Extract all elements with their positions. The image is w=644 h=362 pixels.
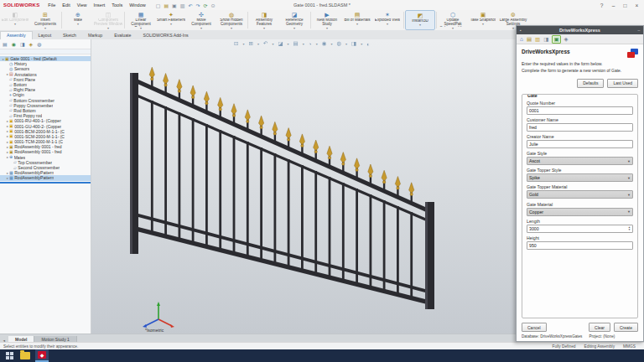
file-explorer-icon[interactable]	[20, 352, 30, 359]
design-library-tab-icon[interactable]: ▤	[527, 36, 532, 43]
featuremanager-tab-icon[interactable]: ▤	[3, 41, 8, 47]
motion-study-button[interactable]: ▶ New Motion Study▾	[312, 10, 342, 30]
tab-markup[interactable]: Markup	[82, 32, 108, 39]
displaymanager-tab-icon[interactable]: ◍	[37, 41, 41, 47]
customer-name-input[interactable]: fred	[527, 123, 633, 132]
view-settings-icon[interactable]: ◐	[366, 41, 370, 47]
custom-properties-tab-icon[interactable]: ◈	[564, 36, 569, 43]
instant3d-button[interactable]: ◩ Instant3D▾	[405, 10, 435, 30]
gate-style-select[interactable]: Ascot▼	[527, 157, 633, 165]
speedpak-button[interactable]: ⬡ Update SpeedPak Subassemblies▾	[438, 10, 468, 30]
exploded-view-button[interactable]: ✶ Exploded View▾	[372, 10, 402, 30]
snapshot-button[interactable]: ▣ Take Snapshot▾	[468, 10, 498, 30]
show-hidden-button[interactable]: ◍ Show Hidden Components▾	[216, 10, 247, 30]
move-component-button[interactable]: ✣ Move Component▾	[186, 10, 216, 30]
defaults-button[interactable]: Defaults	[577, 79, 604, 88]
height-input[interactable]: 950	[527, 241, 633, 250]
zoom-fit-icon[interactable]: ⊡	[234, 40, 238, 47]
configurationmanager-tab-icon[interactable]: ◨	[20, 41, 25, 47]
assembly-features-button[interactable]: ◨ Assembly Features▾	[249, 10, 279, 30]
tab-sketch[interactable]: Sketch	[57, 32, 82, 39]
menu-insert[interactable]: Insert	[91, 3, 109, 8]
rollback-bar[interactable]	[0, 182, 91, 184]
insert-components-button[interactable]: ⊞ Insert Components▾	[30, 10, 60, 30]
dimxpert-tab-icon[interactable]: ◈	[29, 41, 34, 47]
bom-button[interactable]: ▤ Bill of Materials▾	[342, 10, 372, 30]
smart-fasteners-icon: ✦	[169, 12, 174, 18]
open-icon[interactable]: ▤	[164, 3, 169, 8]
file-explorer-tab-icon[interactable]: ▥	[535, 36, 540, 43]
menu-tools[interactable]: Tools	[108, 3, 126, 8]
edit-component-button: ◧ Edit Component▾	[0, 10, 30, 30]
hud-dropdown-caret[interactable]: ▾	[272, 42, 273, 46]
help-icon[interactable]: ?	[598, 3, 605, 8]
propertymanager-tab-icon[interactable]: ◉	[12, 41, 16, 47]
hud-dropdown-caret[interactable]: ▾	[303, 42, 304, 46]
taskpane-pin-icon[interactable]: –	[635, 28, 643, 33]
creator-name-input[interactable]: Julie	[527, 140, 633, 148]
menu-edit[interactable]: Edit	[59, 3, 73, 8]
solidworks-app-icon[interactable]: ◆	[35, 349, 49, 362]
restore-icon[interactable]: □	[621, 3, 629, 8]
hide-show-items-icon[interactable]: ◉	[322, 40, 327, 47]
view-palette-tab-icon[interactable]: ◨	[543, 36, 548, 43]
mate-button[interactable]: ⊕ Mate▾	[63, 10, 93, 30]
taskpane-collapse-icon[interactable]: ▪	[517, 28, 525, 33]
smart-fasteners-button[interactable]: ✦ Smart Fasteners▾	[156, 10, 186, 30]
hud-dropdown-caret[interactable]: ▾	[288, 42, 289, 46]
hud-dropdown-caret[interactable]: ▾	[361, 42, 362, 46]
view-orientation-icon[interactable]: ▤	[293, 40, 299, 47]
zoom-area-icon[interactable]: ⊞	[248, 40, 252, 47]
driveworksxpress-tab-icon[interactable]: ▣	[552, 35, 560, 44]
section-view-icon[interactable]: ◪	[278, 40, 283, 47]
print-icon[interactable]: ▥	[180, 3, 185, 8]
gate-topper-style-select[interactable]: Spike▼	[527, 173, 633, 182]
tab-solidworks-add-ins[interactable]: SOLIDWORKS Add-Ins	[137, 32, 194, 39]
hud-dropdown-caret[interactable]: ▾	[316, 42, 318, 46]
last-used-button[interactable]: Last Used	[607, 79, 638, 88]
cancel-button[interactable]: Cancel	[522, 323, 547, 332]
length-input[interactable]: 3000▲▼	[527, 225, 633, 233]
tab-assembly[interactable]: Assembly	[0, 31, 33, 39]
home-tab-icon[interactable]: ⌂	[520, 36, 523, 43]
save-icon[interactable]: ▣	[172, 3, 177, 8]
undo-icon[interactable]: ↶	[188, 3, 192, 8]
tab-evaluate[interactable]: Evaluate	[108, 32, 137, 39]
plane-icon: ▱	[9, 98, 13, 102]
hud-dropdown-caret[interactable]: ▾	[330, 42, 332, 46]
create-button[interactable]: Create	[614, 323, 638, 332]
tab-layout[interactable]: Layout	[33, 32, 58, 39]
group-label: Gate	[526, 94, 539, 98]
hud-dropdown-caret[interactable]: ▾	[345, 42, 347, 46]
minimize-icon[interactable]: –	[610, 3, 617, 8]
menu-view[interactable]: View	[74, 3, 91, 8]
customer-name-label: Customer Name	[527, 117, 633, 122]
apply-scene-icon[interactable]: ◨	[351, 40, 356, 47]
menu-file[interactable]: File	[44, 3, 59, 8]
taskpane-title-bar: ▪ DriveWorksXpress –	[517, 26, 643, 34]
status-mmgs: MMGS	[623, 344, 636, 349]
linear-pattern-button[interactable]: ▦ Linear Component Pattern▾	[126, 10, 156, 30]
menu-window[interactable]: Window	[126, 3, 149, 8]
clear-button[interactable]: Clear	[589, 323, 610, 332]
spinner-arrows-icon[interactable]: ▲▼	[628, 226, 631, 231]
options-icon[interactable]: ⊙	[210, 3, 215, 8]
gate-material-select[interactable]: Copper▼	[527, 208, 633, 216]
tree-item-rodassemblypattern[interactable]: ▸ ▦ RodAssemblyPattern	[0, 175, 91, 180]
pattern-icon: ▦	[9, 171, 13, 175]
hud-dropdown-caret[interactable]: ▾	[257, 42, 259, 46]
quote-number-input[interactable]: 0001	[527, 106, 633, 115]
reference-geometry-button[interactable]: ◪ Reference Geometry▾	[279, 10, 309, 30]
hud-dropdown-caret[interactable]: ▾	[242, 42, 244, 46]
new-document-icon[interactable]: ▢	[156, 3, 161, 8]
creator-name-label: Creator Name	[527, 134, 633, 139]
edit-appearance-icon[interactable]: ◍	[336, 40, 341, 47]
redo-icon[interactable]: ↷	[195, 3, 200, 8]
featuremanager-tab-strip: ▤◉◨◈◍	[0, 39, 91, 49]
display-style-icon[interactable]: ◔	[309, 41, 312, 47]
rebuild-icon[interactable]: ⟳	[203, 3, 207, 8]
start-icon[interactable]	[3, 351, 15, 360]
close-icon[interactable]: ×	[633, 3, 641, 8]
previous-view-icon[interactable]: ↶	[263, 40, 267, 47]
gate-topper-material-select[interactable]: Gold▼	[527, 190, 633, 199]
